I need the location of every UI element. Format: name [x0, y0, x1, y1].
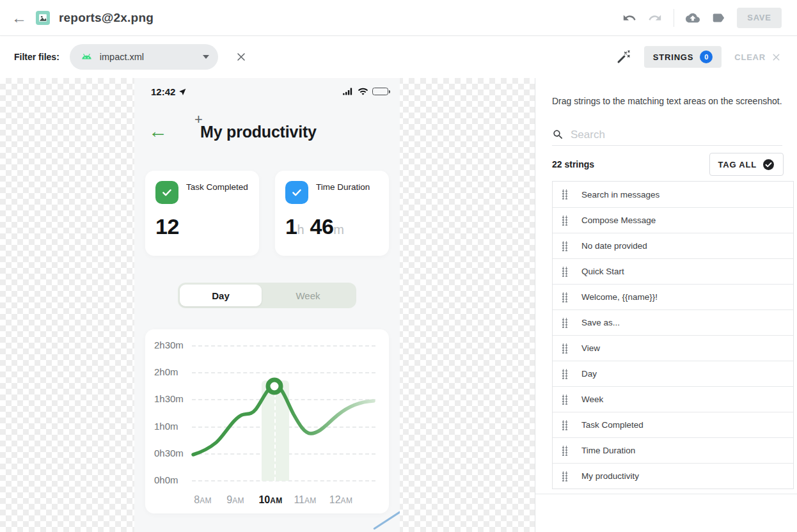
tag-all-label: TAG ALL	[718, 160, 757, 169]
drag-handle-icon[interactable]	[562, 420, 568, 430]
drag-handle-icon[interactable]	[562, 446, 568, 456]
string-list: Search in messages Compose Message No da…	[552, 181, 794, 489]
task-completed-label: Task Completed	[186, 181, 248, 193]
phone-back-arrow-icon: ←	[148, 121, 168, 141]
string-row[interactable]: View	[553, 335, 793, 361]
top-bar: ← reports@2x.png SAVE	[0, 0, 797, 36]
x-tick: 11AM	[294, 494, 316, 506]
x-tick: 8AM	[194, 494, 212, 506]
x-tick: 12AM	[329, 494, 352, 506]
decorative-blue-line	[373, 511, 400, 530]
search-icon	[552, 129, 564, 141]
string-row[interactable]: Day	[553, 361, 793, 386]
image-file-icon	[36, 11, 50, 25]
drag-handle-icon[interactable]	[562, 395, 568, 405]
upload-cloud-icon[interactable]	[686, 11, 700, 25]
save-button[interactable]: SAVE	[737, 8, 782, 28]
remove-filter-icon[interactable]	[235, 51, 248, 63]
filter-files-label: Filter files:	[14, 52, 59, 62]
drag-handle-icon[interactable]	[562, 369, 568, 379]
wifi-icon	[358, 87, 368, 96]
drag-handle-icon[interactable]	[562, 189, 568, 199]
page-title: reports@2x.png	[59, 11, 154, 25]
drag-handle-icon[interactable]	[562, 267, 568, 277]
productivity-chart: 2h30m 2h0m 1h30m 1h0m 0h30m 0h0m	[145, 329, 389, 513]
task-completed-value: 12	[155, 214, 249, 239]
duration-check-icon	[285, 181, 308, 204]
screenshot-workspace: 12:42 + ← My productivity Task Completed	[0, 78, 535, 532]
magic-wand-icon[interactable]	[616, 49, 631, 65]
selected-file-name: impact.xml	[100, 52, 196, 62]
x-tick-selected: 10AM	[258, 494, 282, 506]
phone-screen-title: My productivity	[200, 123, 317, 141]
drag-handle-icon[interactable]	[562, 318, 568, 328]
toggle-day[interactable]: Day	[180, 285, 262, 306]
panel-divider	[535, 494, 797, 494]
battery-icon	[372, 88, 388, 95]
string-row[interactable]: No date provided	[553, 233, 793, 258]
time-duration-label: Time Duration	[316, 181, 370, 193]
strings-count-label: 22 strings	[552, 159, 594, 169]
toolbar-divider	[674, 9, 674, 27]
toggle-week[interactable]: Week	[262, 290, 354, 301]
string-row[interactable]: Welcome, {{name}}!	[553, 284, 793, 309]
time-duration-value: 1h 46m	[285, 214, 379, 239]
phone-status-bar: 12:42	[134, 84, 400, 98]
android-icon	[80, 52, 93, 63]
strings-count-badge: 0	[700, 51, 713, 63]
string-row[interactable]: Compose Message	[553, 207, 793, 233]
panel-instruction: Drag strings to the matching text areas …	[552, 96, 789, 106]
x-axis: 8AM 9AM 10AM 11AM 12AM	[145, 494, 389, 508]
string-row[interactable]: My productivity	[553, 463, 793, 489]
file-filter-select[interactable]: impact.xml	[70, 44, 218, 70]
cellular-signal-icon	[342, 87, 354, 96]
task-check-icon	[155, 181, 178, 204]
strings-label: STRINGS	[653, 52, 693, 62]
filter-bar: Filter files: impact.xml STRINGS 0 CLEAR	[0, 36, 797, 78]
drag-handle-icon[interactable]	[562, 215, 568, 226]
drag-handle-icon[interactable]	[562, 292, 568, 302]
drag-handle-icon[interactable]	[562, 471, 568, 481]
day-week-toggle: Day Week	[178, 283, 356, 308]
string-row[interactable]: Search in messages	[553, 182, 793, 207]
strings-panel: Drag strings to the matching text areas …	[535, 78, 797, 532]
string-row[interactable]: Time Duration	[553, 437, 793, 463]
strings-toggle-button[interactable]: STRINGS 0	[644, 46, 722, 68]
task-completed-card: Task Completed 12	[145, 171, 259, 256]
drag-handle-icon[interactable]	[562, 241, 568, 251]
undo-icon[interactable]	[622, 11, 636, 25]
location-arrow-icon	[178, 88, 187, 96]
drag-handle-icon[interactable]	[562, 343, 568, 354]
clear-button[interactable]: CLEAR	[734, 52, 782, 63]
string-row[interactable]: Save as...	[553, 309, 793, 335]
search-input[interactable]	[571, 129, 782, 141]
chevron-down-icon	[203, 55, 209, 59]
redo-icon[interactable]	[648, 11, 662, 25]
check-circle-icon	[762, 159, 775, 171]
tag-icon[interactable]	[711, 11, 725, 25]
clear-x-icon	[771, 52, 782, 63]
tag-all-button[interactable]: TAG ALL	[709, 153, 784, 176]
string-row[interactable]: Task Completed	[553, 412, 793, 437]
phone-screenshot[interactable]: 12:42 + ← My productivity Task Completed	[134, 78, 400, 532]
clear-label: CLEAR	[734, 52, 766, 62]
search-field	[552, 124, 782, 146]
string-row[interactable]: Week	[553, 386, 793, 412]
back-button[interactable]: ←	[12, 10, 27, 26]
string-row[interactable]: Quick Start	[553, 258, 793, 284]
status-time: 12:42	[151, 86, 175, 97]
line-series	[145, 329, 389, 513]
x-tick: 9AM	[226, 494, 244, 506]
data-point-marker[interactable]	[268, 380, 281, 393]
time-duration-card: Time Duration 1h 46m	[275, 171, 389, 256]
